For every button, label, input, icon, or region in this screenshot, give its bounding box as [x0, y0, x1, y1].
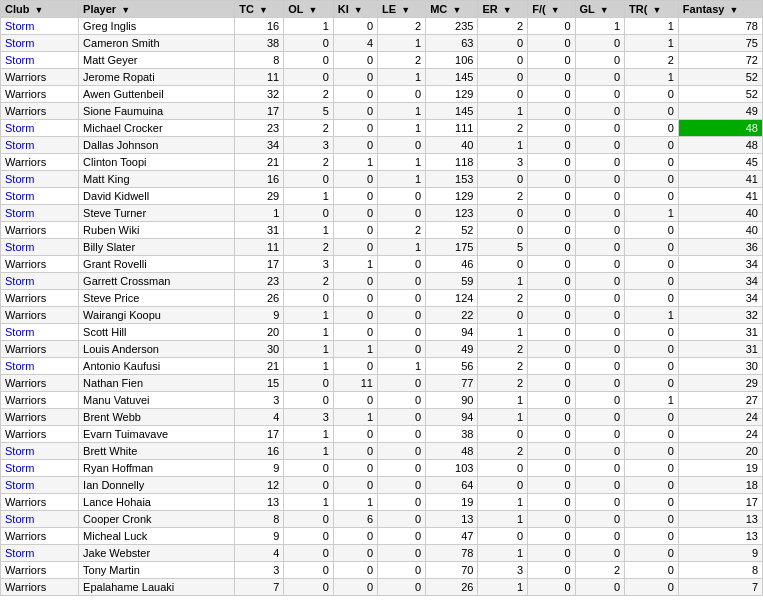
- cell-player: Cameron Smith: [79, 35, 235, 52]
- table-row: WarriorsEpalahame Lauaki70002610007: [1, 579, 763, 596]
- cell-mc: 129: [426, 188, 478, 205]
- fantasy-stats-table: Club ▼Player ▼TC ▼OL ▼KI ▼LE ▼MC ▼ER ▼F/…: [0, 0, 763, 596]
- cell-club: Storm: [1, 205, 79, 222]
- cell-er: 2: [478, 443, 528, 460]
- col-header-club[interactable]: Club ▼: [1, 1, 79, 18]
- col-header-gl[interactable]: GL ▼: [575, 1, 625, 18]
- cell-fantasy: 31: [678, 341, 762, 358]
- cell-ol: 1: [284, 443, 334, 460]
- cell-gl: 0: [575, 392, 625, 409]
- cell-tr: 0: [625, 579, 679, 596]
- cell-mc: 123: [426, 205, 478, 222]
- col-header-tr[interactable]: TR( ▼: [625, 1, 679, 18]
- cell-fantasy: 24: [678, 409, 762, 426]
- cell-ki: 0: [333, 528, 377, 545]
- cell-mc: 106: [426, 52, 478, 69]
- cell-tr: 0: [625, 545, 679, 562]
- cell-ol: 1: [284, 426, 334, 443]
- table-row: WarriorsBrent Webb431094100024: [1, 409, 763, 426]
- col-header-tc[interactable]: TC ▼: [235, 1, 284, 18]
- cell-gl: 0: [575, 307, 625, 324]
- cell-ol: 2: [284, 154, 334, 171]
- cell-fa: 0: [528, 307, 575, 324]
- table-row: WarriorsRuben Wiki3110252000040: [1, 222, 763, 239]
- col-header-ol[interactable]: OL ▼: [284, 1, 334, 18]
- cell-mc: 46: [426, 256, 478, 273]
- cell-mc: 22: [426, 307, 478, 324]
- cell-tr: 0: [625, 137, 679, 154]
- cell-ki: 0: [333, 426, 377, 443]
- cell-er: 0: [478, 460, 528, 477]
- cell-fa: 0: [528, 409, 575, 426]
- cell-club: Warriors: [1, 103, 79, 120]
- cell-player: Matt King: [79, 171, 235, 188]
- cell-player: Jake Webster: [79, 545, 235, 562]
- cell-mc: 129: [426, 86, 478, 103]
- cell-tc: 21: [235, 154, 284, 171]
- cell-gl: 0: [575, 511, 625, 528]
- cell-fantasy: 48: [678, 137, 762, 154]
- cell-tr: 0: [625, 528, 679, 545]
- table-row: StormJake Webster40007810009: [1, 545, 763, 562]
- cell-mc: 153: [426, 171, 478, 188]
- cell-tr: 0: [625, 222, 679, 239]
- cell-le: 0: [378, 443, 426, 460]
- cell-gl: 2: [575, 562, 625, 579]
- cell-fa: 0: [528, 171, 575, 188]
- cell-le: 0: [378, 494, 426, 511]
- cell-le: 1: [378, 171, 426, 188]
- cell-fa: 0: [528, 205, 575, 222]
- cell-er: 1: [478, 103, 528, 120]
- cell-le: 0: [378, 307, 426, 324]
- col-header-player[interactable]: Player ▼: [79, 1, 235, 18]
- cell-fa: 0: [528, 239, 575, 256]
- cell-gl: 0: [575, 103, 625, 120]
- cell-club: Warriors: [1, 307, 79, 324]
- col-header-er[interactable]: ER ▼: [478, 1, 528, 18]
- cell-er: 2: [478, 18, 528, 35]
- cell-gl: 0: [575, 120, 625, 137]
- cell-er: 0: [478, 222, 528, 239]
- cell-club: Warriors: [1, 392, 79, 409]
- cell-ol: 0: [284, 545, 334, 562]
- cell-tc: 26: [235, 290, 284, 307]
- cell-fantasy: 40: [678, 205, 762, 222]
- col-header-ki[interactable]: KI ▼: [333, 1, 377, 18]
- cell-ol: 2: [284, 86, 334, 103]
- cell-ol: 1: [284, 324, 334, 341]
- cell-fantasy: 48: [678, 120, 762, 137]
- cell-gl: 0: [575, 409, 625, 426]
- cell-gl: 0: [575, 205, 625, 222]
- cell-er: 1: [478, 392, 528, 409]
- table-row: WarriorsSteve Price26000124200034: [1, 290, 763, 307]
- col-header-fantasy[interactable]: Fantasy ▼: [678, 1, 762, 18]
- cell-player: Cooper Cronk: [79, 511, 235, 528]
- cell-tr: 0: [625, 375, 679, 392]
- cell-fa: 0: [528, 443, 575, 460]
- cell-gl: 0: [575, 477, 625, 494]
- cell-fantasy: 52: [678, 86, 762, 103]
- cell-tr: 0: [625, 426, 679, 443]
- cell-er: 1: [478, 545, 528, 562]
- cell-le: 0: [378, 137, 426, 154]
- sort-icon: ▼: [730, 5, 739, 15]
- cell-gl: 0: [575, 222, 625, 239]
- cell-tc: 32: [235, 86, 284, 103]
- cell-le: 0: [378, 562, 426, 579]
- cell-tr: 1: [625, 18, 679, 35]
- cell-gl: 0: [575, 528, 625, 545]
- table-row: WarriorsEvarn Tuimavave1710038000024: [1, 426, 763, 443]
- cell-tc: 38: [235, 35, 284, 52]
- cell-ol: 5: [284, 103, 334, 120]
- cell-fa: 0: [528, 137, 575, 154]
- cell-tc: 23: [235, 273, 284, 290]
- col-header-mc[interactable]: MC ▼: [426, 1, 478, 18]
- cell-le: 0: [378, 256, 426, 273]
- table-row: StormAntonio Kaufusi2110156200030: [1, 358, 763, 375]
- cell-fa: 0: [528, 358, 575, 375]
- cell-tc: 29: [235, 188, 284, 205]
- cell-club: Storm: [1, 443, 79, 460]
- col-header-fa[interactable]: F/( ▼: [528, 1, 575, 18]
- col-header-le[interactable]: LE ▼: [378, 1, 426, 18]
- cell-tc: 8: [235, 52, 284, 69]
